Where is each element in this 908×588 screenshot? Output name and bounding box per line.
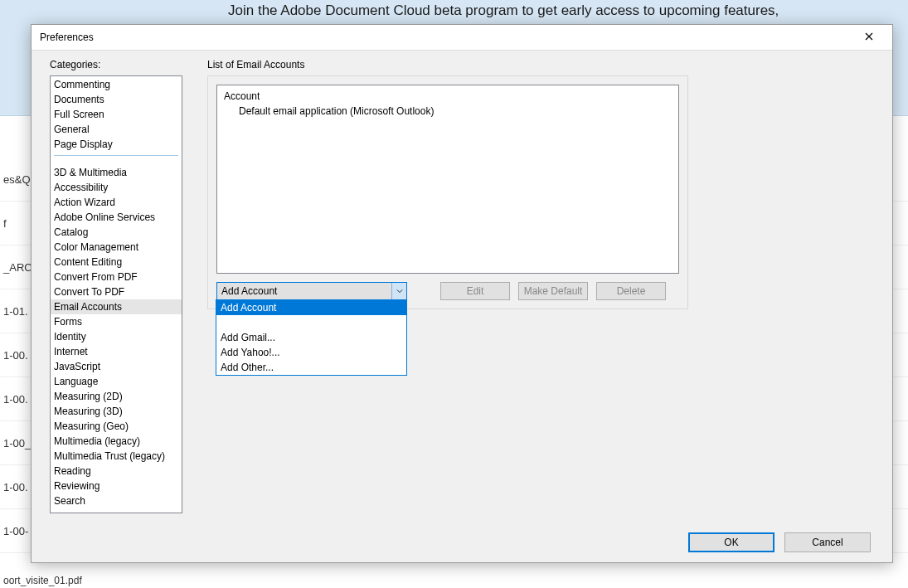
dialog-body: Categories: CommentingDocumentsFull Scre… (32, 50, 892, 562)
dialog-footer: OK Cancel (688, 532, 871, 552)
combo-option[interactable]: Add Yahoo!... (216, 345, 406, 360)
combo-option[interactable]: Add Account (216, 300, 406, 315)
combo-option[interactable]: Add Other... (216, 360, 406, 375)
category-item[interactable]: Reading (51, 464, 182, 479)
category-item[interactable]: Color Management (51, 240, 182, 255)
dialog-title: Preferences (40, 32, 94, 43)
category-item[interactable]: Convert To PDF (51, 284, 182, 299)
category-item[interactable]: Measuring (Geo) (51, 419, 182, 434)
category-item[interactable]: Multimedia (legacy) (51, 434, 182, 449)
category-item[interactable]: Content Editing (51, 255, 182, 270)
category-item[interactable]: Language (51, 374, 182, 389)
category-item[interactable]: Multimedia Trust (legacy) (51, 449, 182, 464)
add-account-combo-button[interactable]: Add Account (216, 282, 407, 300)
preferences-dialog: Preferences Categories: CommentingDocume… (31, 24, 893, 563)
category-item[interactable]: Measuring (3D) (51, 404, 182, 419)
banner-text: Join the Adobe Document Cloud beta progr… (228, 2, 779, 19)
category-item[interactable]: Convert From PDF (51, 270, 182, 284)
category-item[interactable]: Email Accounts (51, 299, 182, 314)
account-row[interactable]: Default email application (Microsoft Out… (224, 105, 672, 117)
category-item[interactable]: Documents (51, 92, 182, 107)
category-item[interactable]: Full Screen (51, 107, 182, 122)
account-column-header: Account (224, 90, 672, 102)
make-default-button[interactable]: Make Default (518, 282, 588, 300)
email-accounts-group: Account Default email application (Micro… (207, 75, 688, 309)
account-actions-row: Add Account Add AccountAdd Gmail...Add Y… (216, 282, 679, 300)
category-item[interactable]: Commenting (51, 77, 182, 92)
category-item[interactable]: Action Wizard (51, 195, 182, 210)
close-button[interactable] (854, 27, 884, 47)
chevron-down-icon (391, 283, 406, 299)
category-item[interactable]: Accessibility (51, 180, 182, 195)
category-item[interactable]: Page Display (51, 137, 182, 152)
category-item[interactable]: 3D & Multimedia (51, 165, 182, 180)
categories-list[interactable]: CommentingDocumentsFull ScreenGeneralPag… (50, 75, 182, 513)
edit-button[interactable]: Edit (440, 282, 510, 300)
category-item[interactable]: Adobe Online Services (51, 210, 182, 225)
cancel-button[interactable]: Cancel (784, 532, 871, 552)
category-item[interactable]: Search (51, 493, 182, 508)
background-filename: oort_visite_01.pdf (3, 575, 82, 586)
combo-selected-label: Add Account (221, 285, 277, 297)
category-item[interactable]: Reviewing (51, 479, 182, 493)
ok-button[interactable]: OK (688, 532, 774, 552)
combo-option-spacer (216, 315, 406, 330)
categories-label: Categories: (50, 59, 182, 70)
category-item[interactable]: Measuring (2D) (51, 389, 182, 404)
settings-panel: List of Email Accounts Account Default e… (207, 59, 877, 309)
category-item[interactable]: JavaScript (51, 359, 182, 374)
category-item[interactable]: Identity (51, 329, 182, 344)
add-account-combo[interactable]: Add Account Add AccountAdd Gmail...Add Y… (216, 282, 407, 300)
category-item[interactable]: Internet (51, 344, 182, 359)
dialog-titlebar: Preferences (32, 25, 892, 50)
combo-option[interactable]: Add Gmail... (216, 330, 406, 345)
add-account-dropdown[interactable]: Add AccountAdd Gmail...Add Yahoo!...Add … (216, 299, 407, 376)
delete-button[interactable]: Delete (596, 282, 666, 300)
category-item[interactable]: Catalog (51, 225, 182, 240)
category-item[interactable]: General (51, 122, 182, 137)
category-separator (54, 155, 178, 162)
category-item[interactable]: Forms (51, 314, 182, 329)
close-icon (865, 32, 873, 43)
categories-panel: Categories: CommentingDocumentsFull Scre… (50, 59, 182, 513)
group-label-email-accounts: List of Email Accounts (207, 59, 877, 70)
email-accounts-list[interactable]: Account Default email application (Micro… (216, 85, 679, 274)
